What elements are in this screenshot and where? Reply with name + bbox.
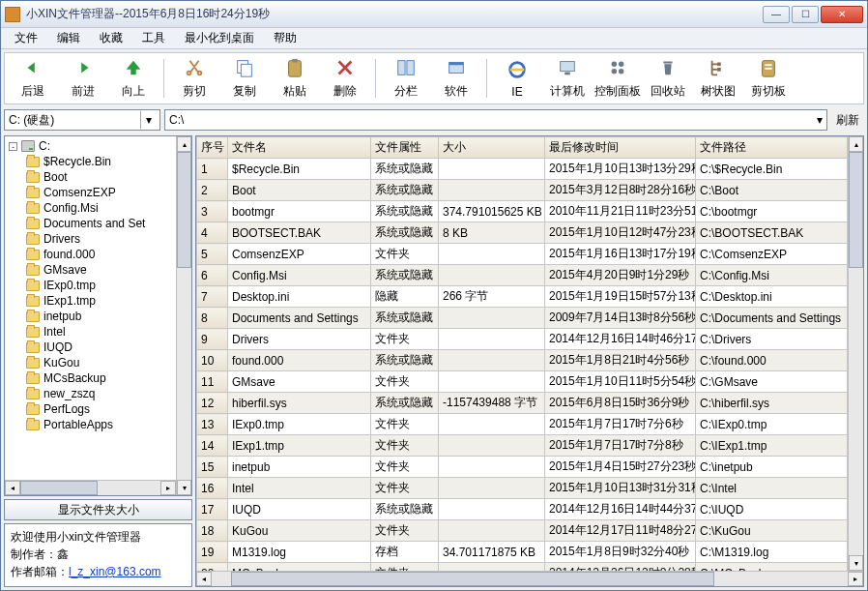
table-row[interactable]: 8 Documents and Settings 系统或隐藏 2009年7月14… [197, 308, 848, 329]
menu-4[interactable]: 最小化到桌面 [177, 28, 262, 48]
table-row[interactable]: 20 MCsBackup 文件夹 2014年12月26日12时0分28秒 C:\… [197, 563, 848, 572]
cell-path: C:\$Recycle.Bin [696, 159, 848, 180]
folder-icon [26, 203, 40, 214]
table-row[interactable]: 17 IUQD 系统或隐藏 2014年12月16日14时44分37秒 C:\IU… [197, 499, 848, 520]
tree-item[interactable]: $Recycle.Bin [24, 154, 174, 169]
table-row[interactable]: 1 $Recycle.Bin 系统或隐藏 2015年1月10日13时13分29秒… [197, 159, 848, 180]
tree-item[interactable]: PerfLogs [24, 401, 174, 417]
up-label: 向上 [122, 83, 145, 100]
scroll-left-icon[interactable]: ◂ [5, 481, 20, 495]
table-row[interactable]: 13 IExp0.tmp 文件夹 2015年1月7日17时7分6秒 C:\IEx… [197, 414, 848, 435]
tree-item[interactable]: Boot [24, 169, 174, 185]
tree-item[interactable]: IExp0.tmp [24, 278, 174, 293]
tree-item[interactable]: Drivers [24, 231, 174, 247]
scroll-thumb[interactable] [231, 572, 714, 586]
minimize-button[interactable]: — [763, 6, 790, 23]
treeview-button[interactable]: 树状图 [694, 55, 742, 102]
tree-item[interactable]: Intel [24, 324, 174, 340]
clipboard-button[interactable]: 剪切板 [744, 55, 793, 102]
computer-button[interactable]: 计算机 [543, 55, 592, 102]
tree-item[interactable]: GMsave [24, 262, 174, 278]
cell-date: 2009年7月14日13时8分56秒 [545, 308, 696, 329]
scroll-left-icon[interactable]: ◂ [196, 572, 212, 586]
scroll-up-icon[interactable]: ▴ [177, 136, 191, 152]
delete-button[interactable]: 删除 [321, 55, 369, 102]
col-date[interactable]: 最后修改时间 [545, 137, 696, 159]
cell-date: 2015年1月4日15时27分23秒 [545, 457, 696, 478]
scroll-right-icon[interactable]: ▸ [848, 572, 863, 586]
table-row[interactable]: 5 ComsenzEXP 文件夹 2015年1月16日13时17分19秒 C:\… [197, 244, 848, 265]
forward-button[interactable]: 前进 [59, 55, 107, 102]
tree-vscroll[interactable]: ▴ ▾ [176, 136, 191, 495]
tree-item[interactable]: ComsenzEXP [24, 185, 174, 200]
control-button[interactable]: 控制面板 [593, 55, 642, 102]
menu-1[interactable]: 编辑 [49, 28, 88, 48]
grid-hscroll[interactable]: ◂ ▸ [196, 571, 863, 586]
scroll-thumb[interactable] [177, 152, 191, 268]
table-row[interactable]: 18 KuGou 文件夹 2014年12月17日11时48分27秒 C:\KuG… [197, 520, 848, 542]
path-input[interactable]: C:\ ▾ [164, 109, 827, 131]
tree-item[interactable]: found.000 [24, 247, 174, 262]
table-row[interactable]: 6 Config.Msi 系统或隐藏 2015年4月20日9时1分29秒 C:\… [197, 265, 848, 286]
tree-item[interactable]: IExp1.tmp [24, 293, 174, 309]
close-button[interactable]: ✕ [821, 6, 863, 23]
tree-item-label: GMsave [43, 263, 87, 277]
scroll-up-icon[interactable]: ▴ [849, 136, 863, 152]
table-row[interactable]: 16 Intel 文件夹 2015年1月10日13时31分31秒 C:\Inte… [197, 478, 848, 499]
table-row[interactable]: 3 bootmgr 系统或隐藏 374.791015625 KB 2010年11… [197, 201, 848, 222]
table-row[interactable]: 9 Drivers 文件夹 2014年12月16日14时46分17秒 C:\Dr… [197, 329, 848, 350]
paste-button[interactable]: 粘贴 [271, 55, 319, 102]
software-button[interactable]: 软件 [432, 55, 480, 102]
file-grid[interactable]: 序号 文件名 文件属性 大小 最后修改时间 文件路径 1 $Recycle.Bi… [196, 136, 848, 571]
scroll-down-icon[interactable]: ▾ [849, 555, 863, 571]
tree-root[interactable]: - C: [7, 138, 174, 154]
show-folder-size-button[interactable]: 显示文件夹大小 [4, 499, 192, 520]
scroll-thumb[interactable] [849, 152, 863, 268]
col-name[interactable]: 文件名 [228, 137, 371, 159]
split-button[interactable]: 分栏 [382, 55, 430, 102]
copy-button[interactable]: 复制 [220, 55, 269, 102]
scroll-right-icon[interactable]: ▸ [160, 481, 176, 495]
tree-item[interactable]: Config.Msi [24, 200, 174, 216]
table-row[interactable]: 19 M1319.log 存档 34.701171875 KB 2015年1月8… [197, 542, 848, 563]
cut-button[interactable]: 剪切 [170, 55, 218, 102]
table-row[interactable]: 4 BOOTSECT.BAK 系统或隐藏 8 KB 2015年1月10日12时4… [197, 222, 848, 244]
collapse-icon[interactable]: - [9, 142, 17, 151]
tree-item[interactable]: Documents and Set [24, 216, 174, 231]
table-row[interactable]: 11 GMsave 文件夹 2015年1月10日11时5分54秒 C:\GMsa… [197, 371, 848, 393]
back-button[interactable]: 后退 [9, 55, 57, 102]
cell-attr: 文件夹 [371, 435, 439, 457]
tree-item[interactable]: IUQD [24, 340, 174, 355]
tree-item[interactable]: KuGou [24, 355, 174, 370]
table-row[interactable]: 15 inetpub 文件夹 2015年1月4日15时27分23秒 C:\ine… [197, 457, 848, 478]
col-path[interactable]: 文件路径 [696, 137, 848, 159]
email-link[interactable]: l_z_xin@163.com [69, 565, 161, 578]
cell-size [439, 499, 545, 520]
menu-0[interactable]: 文件 [7, 28, 45, 48]
recycle-button[interactable]: 回收站 [644, 55, 692, 102]
table-row[interactable]: 7 Desktop.ini 隐藏 266 字节 2015年1月19日15时57分… [197, 286, 848, 308]
ie-button[interactable]: IE [493, 55, 541, 102]
menu-5[interactable]: 帮助 [266, 28, 304, 48]
table-row[interactable]: 14 IExp1.tmp 文件夹 2015年1月7日17时7分8秒 C:\IEx… [197, 435, 848, 457]
tree-item[interactable]: new_zszq [24, 386, 174, 401]
col-num[interactable]: 序号 [197, 137, 228, 159]
col-size[interactable]: 大小 [439, 137, 545, 159]
drive-select[interactable]: C: (硬盘) ▾ [4, 109, 160, 131]
up-button[interactable]: 向上 [109, 55, 158, 102]
refresh-button[interactable]: 刷新 [831, 112, 864, 129]
tree-item[interactable]: PortableApps [24, 417, 174, 432]
tree-hscroll[interactable]: ◂ ▸ [5, 480, 176, 495]
table-row[interactable]: 2 Boot 系统或隐藏 2015年3月12日8时28分16秒 C:\Boot [197, 180, 848, 201]
maximize-button[interactable]: ☐ [792, 6, 819, 23]
menu-3[interactable]: 工具 [134, 28, 173, 48]
scroll-down-icon[interactable]: ▾ [177, 480, 191, 495]
tree-item[interactable]: MCsBackup [24, 370, 174, 386]
tree-item[interactable]: inetpub [24, 309, 174, 324]
grid-vscroll[interactable]: ▴ ▾ [848, 136, 863, 571]
table-row[interactable]: 10 found.000 系统或隐藏 2015年1月8日21时4分56秒 C:\… [197, 350, 848, 371]
col-attr[interactable]: 文件属性 [371, 137, 439, 159]
menu-2[interactable]: 收藏 [92, 28, 130, 48]
scroll-thumb[interactable] [20, 481, 98, 495]
table-row[interactable]: 12 hiberfil.sys 系统或隐藏 -1157439488 字节 201… [197, 393, 848, 414]
